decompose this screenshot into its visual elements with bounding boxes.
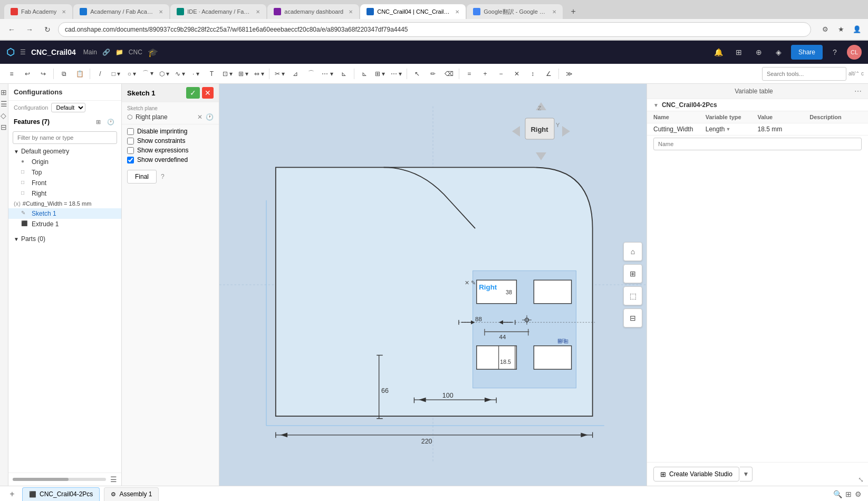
final-button[interactable]: Final	[127, 170, 157, 184]
reload-button[interactable]: ↻	[40, 22, 55, 37]
bottom-icon-1[interactable]: 🔍	[833, 490, 842, 498]
browser-tab-4[interactable]: academany dashboard ✕	[267, 4, 359, 19]
tree-item-top[interactable]: □ Top	[8, 167, 121, 178]
fillet-btn[interactable]: ⌒	[304, 66, 319, 81]
zoom-fit-btn[interactable]: ⊞	[623, 264, 642, 283]
forward-button[interactable]: →	[22, 22, 37, 37]
show-expressions-checkbox[interactable]	[127, 147, 134, 154]
add-tab-button[interactable]: +	[6, 488, 18, 500]
url-bar[interactable]	[58, 22, 811, 37]
browser-tab-2[interactable]: Academany / Fab Academy /... ✕	[73, 4, 169, 19]
rect-btn[interactable]: □ ▾	[109, 66, 123, 81]
bookmark-icon[interactable]: ★	[834, 23, 848, 36]
scroll-thumb[interactable]	[13, 478, 69, 481]
sketch-ok-button[interactable]: ✓	[186, 87, 200, 99]
var-table-menu-icon[interactable]: ⋯	[854, 87, 862, 95]
show-overdefined-checkbox[interactable]	[127, 157, 134, 163]
minus-btn[interactable]: −	[494, 66, 508, 81]
left-sidebar-icon-2[interactable]: ☰	[1, 100, 8, 107]
sketch-plane-clear-btn[interactable]: ✕	[197, 113, 202, 121]
copy-btn[interactable]: ⧉	[56, 66, 71, 81]
features-filter-btn[interactable]: ⊞	[93, 117, 103, 127]
sketch-plane-clock-icon[interactable]: 🕐	[206, 113, 214, 121]
transform-btn[interactable]: ⊞ ▾	[236, 66, 250, 81]
dimension-btn[interactable]: ⊾	[336, 66, 351, 81]
tab-close-6[interactable]: ✕	[552, 9, 556, 15]
browser-tab-3[interactable]: IDE · Academany / Fab Acad... ✕	[170, 4, 266, 19]
left-sidebar-icon-1[interactable]: ⊞	[1, 88, 8, 95]
share-button[interactable]: Share	[791, 45, 823, 60]
features-clock-btn[interactable]: 🕐	[105, 117, 116, 127]
create-var-studio-button[interactable]: ⊞ Create Variable Studio	[653, 467, 739, 481]
config-select[interactable]: Default	[51, 103, 85, 112]
pencil-btn[interactable]: ✏	[426, 66, 440, 81]
onshape-icon[interactable]: ◈	[771, 44, 787, 60]
toolbar-menu-btn[interactable]: ≡	[4, 66, 19, 81]
grid-icon[interactable]: ⊞	[731, 44, 747, 60]
paste-btn[interactable]: 📋	[72, 66, 87, 81]
trim-btn[interactable]: ✂ ▾	[272, 66, 287, 81]
tab-close-1[interactable]: ✕	[62, 9, 66, 15]
cross-btn[interactable]: ✕	[509, 66, 524, 81]
left-sidebar-icon-4[interactable]: ⊟	[1, 123, 8, 130]
undo-btn[interactable]: ↩	[20, 66, 35, 81]
angle-btn[interactable]: ∠	[541, 66, 556, 81]
browser-tab-1[interactable]: Fab Academy ✕	[4, 4, 72, 19]
tree-item-extrude1[interactable]: ⬛ Extrude 1	[8, 219, 121, 229]
tree-item-front[interactable]: □ Front	[8, 178, 121, 188]
text-btn[interactable]: T	[204, 66, 219, 81]
user-avatar[interactable]: CL	[847, 45, 862, 60]
bottom-tab-1[interactable]: ⬛ CNC_Crail04-2Pcs	[22, 487, 100, 501]
point-btn[interactable]: · ▾	[188, 66, 203, 81]
left-sidebar-icon-3[interactable]: ◇	[1, 111, 8, 119]
constraint-btn[interactable]: ⊾	[357, 66, 372, 81]
bottom-tab-2[interactable]: ⚙ Assembly 1	[104, 487, 159, 501]
arc-btn[interactable]: ⌒ ▾	[140, 66, 156, 81]
tree-item-right[interactable]: □ Right	[8, 188, 121, 199]
tab-close-2[interactable]: ✕	[159, 9, 163, 15]
view-cube[interactable]: Right Y Z	[509, 100, 573, 163]
bottom-icon-2[interactable]: ⊞	[845, 490, 852, 498]
profile-icon[interactable]: 👤	[850, 23, 864, 36]
feature-filter-input[interactable]	[13, 131, 117, 144]
equal-btn[interactable]: =	[462, 66, 477, 81]
help-icon[interactable]: ?	[827, 44, 843, 60]
redo-btn[interactable]: ↪	[36, 66, 51, 81]
hamburger-icon[interactable]: ☰	[20, 49, 26, 56]
browser-tab-5[interactable]: CNC_Crail04 | CNC_Crail04... ✕	[360, 4, 466, 19]
line-btn[interactable]: /	[93, 66, 108, 81]
mirror-btn[interactable]: ⇔ ▾	[252, 66, 266, 81]
tree-item-origin[interactable]: ● Origin	[8, 157, 121, 167]
notification-icon[interactable]: 🔔	[711, 44, 727, 60]
view-section-btn[interactable]: ⊟	[623, 309, 642, 327]
tree-item-sketch1[interactable]: ✎ Sketch 1	[8, 208, 121, 219]
extensions-icon[interactable]: ⚙	[818, 23, 832, 36]
expand-icon[interactable]: ⤡	[858, 476, 864, 484]
browser-tab-6[interactable]: Google翻訳 - Google 搜索 ✕	[467, 4, 563, 19]
circle-btn[interactable]: ○ ▾	[124, 66, 139, 81]
bottom-icon-3[interactable]: ⚙	[855, 490, 862, 498]
final-help-icon[interactable]: ?	[161, 173, 165, 180]
erase-btn[interactable]: ⌫	[441, 66, 456, 81]
view-parts-btn[interactable]: ⬚	[623, 286, 642, 305]
tab-close-3[interactable]: ✕	[256, 9, 260, 15]
parts-group-header[interactable]: ▼ Parts (0)	[8, 234, 121, 244]
view-home-btn[interactable]: ⌂	[623, 242, 642, 261]
new-tab-button[interactable]: +	[566, 4, 581, 19]
tab-close-4[interactable]: ✕	[349, 9, 353, 15]
offset-btn[interactable]: ⊡ ▾	[220, 66, 235, 81]
extend-btn[interactable]: ⊿	[288, 66, 303, 81]
spline-btn[interactable]: ∿ ▾	[172, 66, 187, 81]
var-new-name-input[interactable]	[653, 138, 862, 150]
show-constraints-checkbox[interactable]	[127, 138, 134, 144]
default-geometry-header[interactable]: ▼ Default geometry	[8, 146, 121, 157]
share-more-icon[interactable]: ⊕	[751, 44, 767, 60]
back-button[interactable]: ←	[4, 22, 19, 37]
sketch-cancel-button[interactable]: ✕	[202, 87, 214, 99]
plus-btn[interactable]: +	[478, 66, 493, 81]
more2-btn[interactable]: ≫	[562, 66, 576, 81]
panel-menu-icon[interactable]: ☰	[110, 475, 117, 484]
measure-btn[interactable]: ↕	[525, 66, 540, 81]
select-btn[interactable]: ↖	[410, 66, 425, 81]
tab-close-5[interactable]: ✕	[455, 9, 459, 15]
